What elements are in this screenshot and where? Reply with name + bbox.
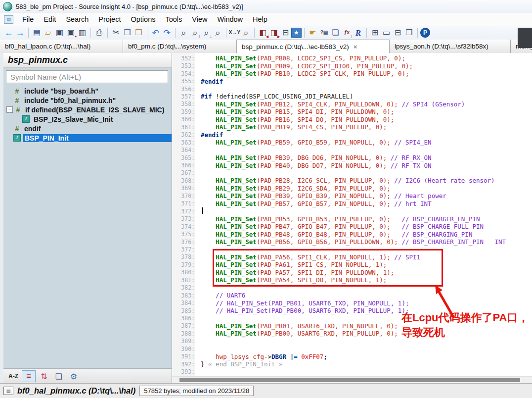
symbol-list-button[interactable]: ≡ [22, 370, 36, 382]
code-line[interactable]: 388: HAL_PIN_Set(PAD_PB00, USART6_RXD, P… [172, 330, 532, 337]
code-lines[interactable]: 352: HAL_PIN_Set(PAD_PB08, LCDC2_SPI_CS,… [172, 53, 532, 377]
code-line[interactable]: 374: HAL_PIN_Set(PAD_PB47, GPIO_B47, PIN… [172, 223, 532, 230]
code-line[interactable]: 365: HAL_PIN_Set(PAD_PB39, DBG_DO6, PIN_… [172, 154, 532, 161]
code-line[interactable]: 384: // HAL_PIN_Set(PAD_PB01, USART6_TXD… [172, 299, 532, 306]
code-line[interactable]: 359: HAL_PIN_Set(PAD_PB15, SPI4_DI, PIN_… [172, 108, 532, 115]
file-tab[interactable]: bf0_pm.c (D:\tq\...\system) [123, 40, 237, 53]
replace-icon[interactable]: X→Y [229, 27, 240, 39]
code-line[interactable]: 393: [172, 368, 532, 375]
window-split-icon[interactable]: ⊞ [369, 27, 381, 39]
code-line[interactable]: 355:#endif [172, 77, 532, 85]
open-file-icon[interactable]: ▱ [43, 27, 54, 39]
window-horizontal-icon[interactable]: ⊟ [392, 27, 403, 39]
code-line[interactable]: 391: hwp_lpsys_cfg->DBGR |= 0xFF07; [172, 353, 532, 360]
search-backward-icon[interactable]: ⌕↑ [189, 27, 201, 39]
code-line[interactable]: 368: HAL_PIN_Set(PAD_PB28, I2C6_SCL, PIN… [172, 177, 532, 184]
code-line[interactable]: 373: HAL_PIN_Set(PAD_PB53, GPIO_B53, PIN… [172, 215, 532, 222]
code-line[interactable]: 356: [172, 85, 532, 93]
new-file-icon[interactable]: ▤ [31, 27, 43, 39]
horizontal-scrollbar[interactable] [172, 376, 532, 384]
reference-next-icon[interactable]: ◨▸ [268, 27, 280, 39]
function-jump-icon[interactable]: ƒx↑ [341, 27, 353, 39]
code-line[interactable]: 366: HAL_PIN_Set(PAD_PB40, DBG_DO7, PIN_… [172, 161, 532, 169]
code-line[interactable]: 383: // UART6 [172, 292, 532, 299]
window-cascade-icon[interactable]: ❐ [403, 27, 415, 39]
tree-collapse-icon[interactable]: − [6, 106, 13, 113]
macro-r-icon[interactable]: R [353, 27, 364, 39]
undo-icon[interactable]: ↶ [150, 27, 161, 39]
symbol-tree-item[interactable]: fBSP_PIN_Init [3, 133, 172, 143]
symbol-tree-item[interactable]: #endif [3, 124, 172, 133]
code-line[interactable]: 389: [172, 338, 532, 345]
code-line[interactable]: 375: HAL_PIN_Set(PAD_PB48, GPIO_B48, PIN… [172, 230, 532, 238]
browse-symbol-icon[interactable]: ☛ [307, 27, 318, 39]
code-line[interactable]: 353: HAL_PIN_Set(PAD_PB09, LCDC2_SPI_DIO… [172, 62, 532, 69]
horizontal-scrollbar-thumb[interactable] [179, 378, 520, 382]
code-line[interactable]: 390: [172, 345, 532, 352]
menu-project[interactable]: Project [93, 14, 126, 25]
code-line[interactable]: 354: HAL_PIN_Set(PAD_PB10, LCDC2_SPI_CLK… [172, 70, 532, 77]
code-line[interactable]: 360: HAL_PIN_Set(PAD_PB16, SPI4_DO, PIN_… [172, 116, 532, 123]
menu-file[interactable]: File [17, 14, 39, 25]
code-line[interactable]: 369: HAL_PIN_Set(PAD_PB29, I2C6_SDA, PIN… [172, 185, 532, 192]
nav-forward-icon[interactable]: → [14, 27, 26, 39]
document-system-menu-icon[interactable]: ▤ [4, 15, 13, 24]
browse-book-button[interactable]: ❏ [52, 371, 65, 382]
paste-icon[interactable]: ❒ [133, 27, 144, 39]
favorites-star-icon[interactable]: ★ [291, 28, 302, 38]
menu-view[interactable]: View [187, 14, 212, 25]
code-line[interactable]: 370: HAL_PIN_Set(PAD_PB39, GPIO_B39, PIN… [172, 192, 532, 199]
project-symbols-icon[interactable]: P [420, 28, 430, 38]
cut-icon[interactable]: ✂ [110, 27, 122, 39]
copy-icon[interactable]: ❐ [122, 27, 133, 39]
search-web-icon[interactable]: ⌕ [240, 27, 252, 39]
code-text: HAL_PIN_Set(PAD_PB29, I2C6_SDA, PIN_PULL… [197, 185, 391, 192]
symbol-tree-item[interactable]: #include "bf0_hal_pinmux.h" [3, 96, 172, 105]
save-as-icon[interactable]: ▣▪ [65, 27, 77, 39]
code-line[interactable]: 371: HAL_PIN_Set(PAD_PB57, GPIO_B57, PIN… [172, 200, 532, 207]
code-editor[interactable]: 352: HAL_PIN_Set(PAD_PB08, LCDC2_SPI_CS,… [172, 53, 532, 384]
print-icon[interactable]: ⎙ [93, 27, 105, 39]
sort-alpha-button[interactable]: A-Z [7, 371, 20, 382]
search-files-icon[interactable]: ⌕ [212, 27, 223, 39]
window-full-icon[interactable]: ▭ [381, 27, 392, 39]
code-line[interactable]: 361: HAL_PIN_Set(PAD_PB19, SPI4_CS, PIN_… [172, 123, 532, 131]
menu-edit[interactable]: Edit [39, 14, 61, 25]
code-line[interactable]: 364: [172, 146, 532, 153]
settings-gear-button[interactable]: ⚙ [67, 371, 80, 382]
code-line[interactable]: 372: [172, 207, 532, 215]
code-token: // Heart power [391, 192, 446, 199]
code-line[interactable]: 357:#if !defined(BSP_LCDC_USING_JDI_PARA… [172, 93, 532, 100]
search-icon[interactable]: ⌕ [178, 27, 189, 39]
save-all-icon[interactable]: ▥ [77, 27, 88, 39]
nav-back-icon[interactable]: ← [3, 27, 14, 39]
code-line[interactable]: 392:} « end BSP_PIN_Init » [172, 360, 532, 368]
help-topic-icon[interactable]: ?▤ [318, 27, 330, 39]
save-file-icon[interactable]: ▣ [54, 27, 65, 39]
code-line[interactable]: 358: HAL_PIN_Set(PAD_PB12, SPI4_CLK, PIN… [172, 100, 532, 108]
symbol-tree-item[interactable]: −#if defined(BSP_ENABLE_I2S_SLAVE_MIC) [3, 105, 172, 114]
file-tab[interactable]: bf0_hal_lpaon.c (D:\tq\...\hal) [0, 40, 123, 53]
symbol-search-input[interactable] [6, 73, 168, 81]
file-tab[interactable]: bsp_pinmux.c (D:\tq\...\ec-lb583_v2)× [237, 40, 390, 53]
menu-window[interactable]: Window [212, 14, 248, 25]
symbol-tree-item[interactable]: fBSP_I2s_Slave_Mic_Init [3, 114, 172, 124]
menu-options[interactable]: Options [126, 14, 160, 25]
menu-tools[interactable]: Tools [160, 14, 187, 25]
references-book-icon[interactable]: ❏ [330, 27, 341, 39]
code-line[interactable]: 363: HAL_PIN_Set(PAD_PB59, GPIO_B59, PIN… [172, 139, 532, 146]
redo-icon[interactable]: ↷ [161, 27, 173, 39]
code-line[interactable]: 376: HAL_PIN_Set(PAD_PB56, GPIO_B56, PIN… [172, 238, 532, 246]
symbol-tree-item[interactable]: #include "bsp_board.h" [3, 86, 172, 96]
context-window-icon[interactable]: ⊟ [280, 27, 291, 39]
code-line[interactable]: 362:#endif [172, 131, 532, 139]
sort-type-button[interactable]: ⇅ [38, 371, 50, 382]
code-line[interactable]: 367: [172, 169, 532, 177]
search-forward-icon[interactable]: ⌕↓ [201, 27, 212, 39]
code-line[interactable]: 352: HAL_PIN_Set(PAD_PB08, LCDC2_SPI_CS,… [172, 54, 532, 62]
menu-help[interactable]: Help [248, 14, 272, 25]
reference-prev-icon[interactable]: ◧◂ [257, 27, 268, 39]
file-tab[interactable]: lpsys_aon.h (D:\tq\...\sf32lb58x) [390, 40, 511, 53]
menu-search[interactable]: Search [61, 14, 93, 25]
tab-close-icon[interactable]: × [354, 43, 357, 50]
